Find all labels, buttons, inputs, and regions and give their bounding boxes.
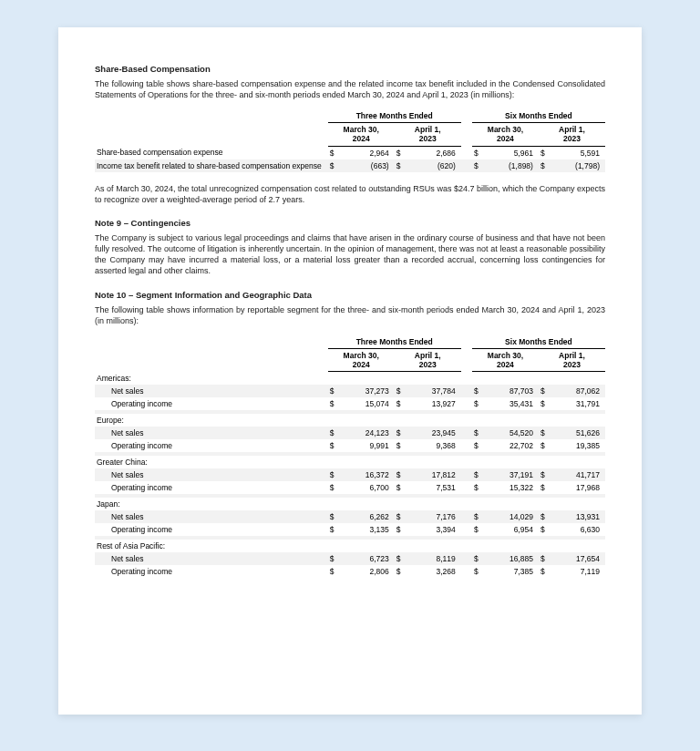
currency-symbol: $ [328, 481, 339, 494]
row-label: Operating income [95, 565, 328, 578]
segment-name: Greater China: [95, 456, 328, 468]
sbc-date-6m-1: March 30,2024 [472, 123, 539, 146]
sbc-table: Three Months Ended Six Months Ended Marc… [95, 109, 605, 171]
table-row: Operating income$6,700$7,531$15,322$17,9… [95, 481, 605, 494]
currency-symbol: $ [472, 565, 483, 578]
value-cell: (1,898) [483, 159, 539, 172]
currency-symbol: $ [395, 523, 406, 536]
sbc-date-6m-2: April 1,2023 [539, 123, 605, 146]
seg-period-3m: Three Months Ended [328, 335, 461, 349]
value-cell: 17,654 [550, 552, 605, 565]
currency-symbol: $ [328, 427, 339, 439]
currency-symbol: $ [328, 523, 339, 536]
value-cell: 51,626 [550, 427, 605, 439]
currency-symbol: $ [395, 468, 406, 481]
row-label: Operating income [95, 397, 328, 410]
value-cell: 8,119 [406, 552, 461, 565]
value-cell: 6,700 [339, 481, 395, 494]
currency-symbol: $ [328, 397, 339, 410]
currency-symbol: $ [328, 510, 339, 523]
value-cell: 6,262 [339, 510, 395, 523]
row-label: Net sales [95, 385, 328, 397]
note10-title: Note 10 – Segment Information and Geogra… [95, 290, 605, 300]
value-cell: 13,931 [550, 510, 605, 523]
value-cell: (1,798) [550, 159, 605, 172]
seg-date-6m-1: March 30,2024 [472, 348, 539, 371]
currency-symbol: $ [539, 510, 550, 523]
currency-symbol: $ [395, 552, 406, 565]
value-cell: 37,273 [339, 385, 395, 397]
table-row: Operating income$2,806$3,268$7,385$7,119 [95, 565, 605, 578]
table-row: Net sales$6,262$7,176$14,029$13,931 [95, 510, 605, 523]
row-label: Net sales [95, 468, 328, 481]
value-cell: 31,791 [550, 397, 605, 410]
value-cell: 15,074 [339, 397, 395, 410]
currency-symbol: $ [539, 427, 550, 439]
sbc-period-6m: Six Months Ended [472, 109, 605, 123]
value-cell: 5,961 [483, 146, 539, 159]
value-cell: (620) [406, 159, 461, 172]
value-cell: 54,520 [483, 427, 539, 439]
segment-name: Rest of Asia Pacific: [95, 540, 328, 552]
value-cell: 3,135 [339, 523, 395, 536]
value-cell: 2,964 [339, 146, 395, 159]
currency-symbol: $ [539, 159, 550, 172]
seg-date-3m-2: April 1,2023 [395, 348, 461, 371]
currency-symbol: $ [472, 468, 483, 481]
value-cell: 87,062 [550, 385, 605, 397]
value-cell: 14,029 [483, 510, 539, 523]
value-cell: 41,717 [550, 468, 605, 481]
note9-title: Note 9 – Contingencies [95, 218, 605, 228]
currency-symbol: $ [472, 552, 483, 565]
currency-symbol: $ [472, 427, 483, 439]
value-cell: 7,531 [406, 481, 461, 494]
document-page: Share-Based Compensation The following t… [58, 27, 642, 715]
currency-symbol: $ [539, 523, 550, 536]
row-label: Operating income [95, 481, 328, 494]
currency-symbol: $ [328, 552, 339, 565]
table-row: Net sales$6,723$8,119$16,885$17,654 [95, 552, 605, 565]
currency-symbol: $ [539, 565, 550, 578]
value-cell: 17,968 [550, 481, 605, 494]
value-cell: 23,945 [406, 427, 461, 439]
seg-period-6m: Six Months Ended [472, 335, 605, 349]
sbc-date-3m-2: April 1,2023 [395, 123, 461, 146]
seg-date-3m-1: March 30,2024 [328, 348, 395, 371]
row-label: Net sales [95, 552, 328, 565]
currency-symbol: $ [395, 565, 406, 578]
value-cell: 3,268 [406, 565, 461, 578]
segment-name: Americas: [95, 372, 328, 385]
value-cell: 87,703 [483, 385, 539, 397]
currency-symbol: $ [395, 510, 406, 523]
sbc-followup: As of March 30, 2024, the total unrecogn… [95, 183, 605, 205]
table-row: Operating income$3,135$3,394$6,954$6,630 [95, 523, 605, 536]
value-cell: 19,385 [550, 439, 605, 452]
note9-body: The Company is subject to various legal … [95, 232, 605, 277]
currency-symbol: $ [539, 552, 550, 565]
table-row: Net sales$16,372$17,812$37,191$41,717 [95, 468, 605, 481]
value-cell: 2,806 [339, 565, 395, 578]
currency-symbol: $ [472, 397, 483, 410]
table-row: Share-based compensation expense$2,964$2… [95, 146, 605, 159]
value-cell: 37,784 [406, 385, 461, 397]
row-label: Share-based compensation expense [95, 146, 328, 159]
currency-symbol: $ [472, 523, 483, 536]
value-cell: 9,991 [339, 439, 395, 452]
currency-symbol: $ [395, 439, 406, 452]
value-cell: 5,591 [550, 146, 605, 159]
currency-symbol: $ [539, 397, 550, 410]
currency-symbol: $ [328, 159, 339, 172]
value-cell: 7,176 [406, 510, 461, 523]
currency-symbol: $ [328, 565, 339, 578]
currency-symbol: $ [472, 439, 483, 452]
currency-symbol: $ [328, 439, 339, 452]
currency-symbol: $ [539, 468, 550, 481]
currency-symbol: $ [539, 385, 550, 397]
value-cell: 16,885 [483, 552, 539, 565]
value-cell: 35,431 [483, 397, 539, 410]
segment-name-row: Europe: [95, 414, 605, 427]
value-cell: 6,954 [483, 523, 539, 536]
segment-name-row: Japan: [95, 498, 605, 510]
table-row: Income tax benefit related to share-base… [95, 159, 605, 172]
value-cell: 9,368 [406, 439, 461, 452]
